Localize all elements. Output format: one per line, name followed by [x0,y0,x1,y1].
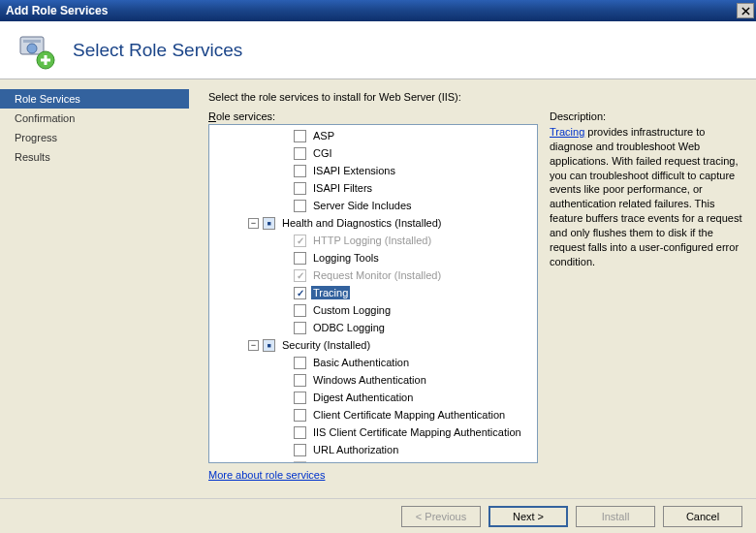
tree-item-label[interactable]: Client Certificate Mapping Authenticatio… [311,408,507,422]
description-link[interactable]: Tracing [550,126,584,138]
tree-checkbox[interactable] [294,147,306,160]
expand-spacer [279,323,290,333]
role-services-tree[interactable]: ASPCGIISAPI ExtensionsISAPI FiltersServe… [208,124,538,463]
tree-row[interactable]: Logging Tools [209,249,537,266]
tree-item-label[interactable]: ISAPI Extensions [311,164,397,177]
expand-spacer [279,410,290,421]
tree-item-label[interactable]: Logging Tools [311,251,381,265]
tree-item-label[interactable]: Security (Installed) [280,338,372,352]
tree-checkbox [294,269,306,282]
tree-row[interactable]: ODBC Logging [209,319,537,336]
tree-row[interactable]: Tracing [209,284,537,301]
tree-checkbox[interactable] [294,304,306,317]
previous-button[interactable]: < Previous [401,506,481,527]
expand-spacer [279,235,290,246]
tree-item-label[interactable]: Health and Diagnostics (Installed) [280,216,443,230]
expand-spacer [279,166,290,176]
tree-row[interactable]: Request Filtering (Installed) [209,458,537,463]
tree-checkbox[interactable] [294,322,306,334]
expand-spacer [279,358,290,368]
tree-item-label[interactable]: Tracing [311,286,350,299]
expand-spacer [279,305,290,316]
tree-checkbox [294,235,306,247]
svg-rect-1 [23,40,41,43]
tree-item-label[interactable]: Windows Authentication [311,373,428,387]
page-title: Select Role Services [73,40,242,61]
tree-checkbox[interactable] [294,200,306,212]
wizard-footer: < Previous Next > Install Cancel [0,498,756,533]
expand-spacer [279,270,290,281]
wizard-body: Role ServicesConfirmationProgressResults… [0,79,756,496]
expand-spacer [279,201,290,211]
description-text: Tracing provides infrastructure to diagn… [550,125,744,268]
description-panel: Description: Tracing provides infrastruc… [550,110,744,496]
tree-row[interactable]: ISAPI Extensions [209,162,537,179]
tree-row[interactable]: −Health and Diagnostics (Installed) [209,214,537,232]
next-button[interactable]: Next > [488,506,568,527]
tree-checkbox[interactable] [294,357,306,369]
tree-item-label[interactable]: Custom Logging [311,303,393,317]
tree-row[interactable]: ISAPI Filters [209,179,537,197]
tree-row[interactable]: Custom Logging [209,301,537,319]
steps-sidebar: Role ServicesConfirmationProgressResults [0,79,189,496]
tree-item-label[interactable]: Server Side Includes [311,199,414,212]
tree-row[interactable]: Digest Authentication [209,389,537,406]
step-role-services[interactable]: Role Services [0,89,189,109]
wizard-header: Select Role Services [0,21,756,79]
tree-checkbox[interactable] [294,374,306,387]
tree-column: Role services: ASPCGIISAPI ExtensionsISA… [208,110,538,496]
expand-spacer [279,445,290,455]
tree-checkbox[interactable] [294,252,306,265]
tree-item-label[interactable]: HTTP Logging (Installed) [311,234,433,247]
tree-row[interactable]: Windows Authentication [209,371,537,389]
step-confirmation[interactable]: Confirmation [0,109,189,128]
tree-row[interactable]: IIS Client Certificate Mapping Authentic… [209,423,537,441]
tree-checkbox[interactable] [263,339,275,352]
title-bar: Add Role Services [0,0,756,21]
step-progress[interactable]: Progress [0,128,189,147]
content-area: Select the role services to install for … [189,79,756,496]
tree-item-label[interactable]: ISAPI Filters [311,181,374,195]
tree-row[interactable]: Request Monitor (Installed) [209,266,537,284]
tree-row[interactable]: CGI [209,144,537,162]
install-button[interactable]: Install [576,506,655,527]
tree-checkbox[interactable] [294,409,306,422]
svg-point-2 [27,44,37,53]
close-button[interactable] [737,3,754,18]
tree-checkbox[interactable] [294,444,306,456]
tree-item-label[interactable]: ASP [311,129,336,142]
tree-label: Role services: [208,110,538,122]
tree-item-label[interactable]: Request Filtering (Installed) [311,460,446,463]
expand-spacer [279,253,290,264]
tree-item-label[interactable]: Digest Authentication [311,391,415,404]
tree-item-label[interactable]: CGI [311,146,334,160]
tree-checkbox[interactable] [294,392,306,404]
collapse-icon[interactable]: − [248,218,259,229]
tree-item-label[interactable]: IIS Client Certificate Mapping Authentic… [311,425,523,439]
tree-checkbox[interactable] [263,217,275,230]
tree-row[interactable]: HTTP Logging (Installed) [209,232,537,249]
tree-row[interactable]: ASP [209,127,537,144]
tree-item-label[interactable]: Basic Authentication [311,356,411,369]
tree-checkbox[interactable] [294,182,306,195]
tree-row[interactable]: Basic Authentication [209,354,537,371]
tree-item-label[interactable]: Request Monitor (Installed) [311,268,443,282]
tree-item-label[interactable]: ODBC Logging [311,321,387,334]
tree-checkbox[interactable] [294,287,306,299]
tree-row[interactable]: URL Authorization [209,441,537,458]
description-heading: Description: [550,110,744,122]
tree-row[interactable]: −Security (Installed) [209,336,537,354]
cancel-button[interactable]: Cancel [663,506,742,527]
tree-checkbox[interactable] [294,165,306,177]
description-body: provides infrastructure to diagnose and … [550,126,742,267]
tree-checkbox[interactable] [294,426,306,439]
collapse-icon[interactable]: − [248,340,259,351]
tree-item-label[interactable]: URL Authorization [311,443,400,456]
expand-spacer [279,427,290,438]
expand-spacer [279,148,290,159]
tree-row[interactable]: Client Certificate Mapping Authenticatio… [209,406,537,423]
more-about-link[interactable]: More about role services [208,469,538,481]
tree-row[interactable]: Server Side Includes [209,197,537,214]
step-results[interactable]: Results [0,147,189,167]
tree-checkbox[interactable] [294,130,306,142]
